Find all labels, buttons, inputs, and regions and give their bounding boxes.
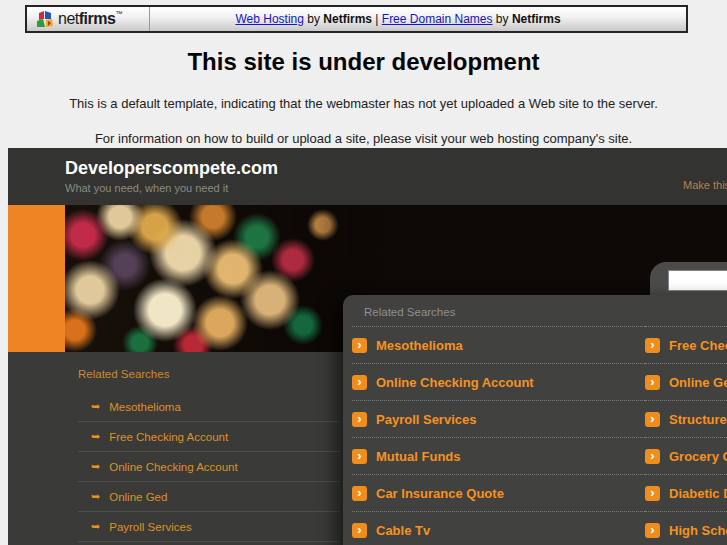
search-box[interactable] [668,270,727,291]
sidebar-item[interactable]: Free Checking Account [78,422,340,452]
netfirms-text: Netfirms [512,12,561,26]
related-search-link[interactable]: Diabetic Diet [645,475,727,512]
logo-tm: ™ [115,10,122,17]
chevron-bullet-icon [645,412,660,427]
page: netfirms™ Web Hosting by Netfirms | Free… [0,0,727,545]
notice-line-1: This is a default template, indicating t… [0,96,727,111]
sidebar-item[interactable]: Mesothelioma [78,392,340,422]
related-search-link[interactable]: Car Insurance Quote [352,475,645,512]
by-text: by [496,12,509,26]
chevron-bullet-icon [645,338,660,353]
panel-title: Related Searches [364,306,455,318]
related-search-label: Payroll Services [376,412,476,427]
related-search-label: Mutual Funds [376,449,461,464]
logo-firms: firms [79,10,116,27]
chevron-bullet-icon [645,486,660,501]
related-search-label: Grocery Coupons [669,449,727,464]
sidebar-item-label: Payroll Services [109,521,191,533]
chevron-bullet-icon [645,523,660,538]
sidebar-item[interactable]: Payroll Services [78,512,340,542]
separator-text: | [375,12,378,26]
domain-tagline: What you need, when you need it [65,182,228,194]
chevron-bullet-icon [645,449,660,464]
panel-columns: Mesothelioma Online Checking Account Pay… [352,326,727,545]
related-search-link[interactable]: Free Checking Account [645,326,727,364]
related-search-label: Car Insurance Quote [376,486,504,501]
related-search-link[interactable]: Online Checking Account [352,364,645,401]
chevron-bullet-icon [352,338,367,353]
related-search-link[interactable]: Mesothelioma [352,326,645,364]
related-search-link[interactable]: Grocery Coupons [645,438,727,475]
panel-left-column: Mesothelioma Online Checking Account Pay… [352,326,645,545]
arrow-bullet-icon [91,401,100,412]
free-domain-names-link[interactable]: Free Domain Names [382,12,493,26]
chevron-bullet-icon [352,412,367,427]
search-input[interactable] [676,272,727,289]
related-search-link[interactable]: Mutual Funds [352,438,645,475]
related-search-label: Free Checking Account [669,338,727,353]
related-search-link[interactable]: Cable Tv [352,512,645,545]
logo-net: net [58,10,79,27]
parked-domain-section: Developerscompete.com What you need, whe… [8,148,727,545]
notice-line-2: For information on how to build or uploa… [0,131,727,146]
related-search-label: Mesothelioma [376,338,463,353]
sidebar-item[interactable]: Online Checking Account [78,452,340,482]
web-hosting-link[interactable]: Web Hosting [235,12,303,26]
arrow-bullet-icon [91,521,100,532]
related-search-label: Online Ged [669,375,727,390]
sidebar-item-label: Free Checking Account [109,431,228,443]
related-search-label: High School Diploma [669,523,727,538]
sidebar-list: Mesothelioma Free Checking Account Onlin… [78,392,340,542]
by-text: by [307,12,320,26]
sidebar-item[interactable]: Online Ged [78,482,340,512]
related-search-label: Structured Settlements [669,412,727,427]
chevron-bullet-icon [352,375,367,390]
chevron-bullet-icon [352,486,367,501]
domain-title: Developerscompete.com [65,158,278,179]
netfirms-logo-text: netfirms™ [58,10,122,28]
related-search-link[interactable]: Payroll Services [352,401,645,438]
related-search-link[interactable]: Online Ged [645,364,727,401]
netfirms-text: Netfirms [323,12,372,26]
related-search-link[interactable]: High School Diploma [645,512,727,545]
sidebar-item-label: Online Ged [109,491,167,503]
arrow-bullet-icon [91,431,100,442]
make-this-link[interactable]: Make this [683,179,727,191]
orange-accent-block [8,205,65,352]
related-search-link[interactable]: Structured Settlements [645,401,727,438]
sidebar-item-label: Mesothelioma [109,401,181,413]
arrow-bullet-icon [91,461,100,472]
sidebar-item-label: Online Checking Account [109,461,238,473]
related-search-label: Online Checking Account [376,375,534,390]
chevron-bullet-icon [645,375,660,390]
chevron-bullet-icon [352,449,367,464]
related-search-label: Cable Tv [376,523,430,538]
netfirms-logo-icon [36,11,55,28]
panel-right-column: Free Checking Account Online Ged Structu… [645,326,727,545]
search-tab [650,262,727,295]
sidebar-title: Related Searches [78,368,169,380]
netfirms-logo[interactable]: netfirms™ [27,10,131,28]
netfirms-header-bar: netfirms™ Web Hosting by Netfirms | Free… [25,5,688,33]
page-title: This site is under development [0,48,727,76]
arrow-bullet-icon [91,491,100,502]
related-search-label: Diabetic Diet [669,486,727,501]
chevron-bullet-icon [352,523,367,538]
related-searches-panel: Related Searches Mesothelioma Online Che… [343,295,727,545]
header-links: Web Hosting by Netfirms | Free Domain Na… [150,12,686,26]
